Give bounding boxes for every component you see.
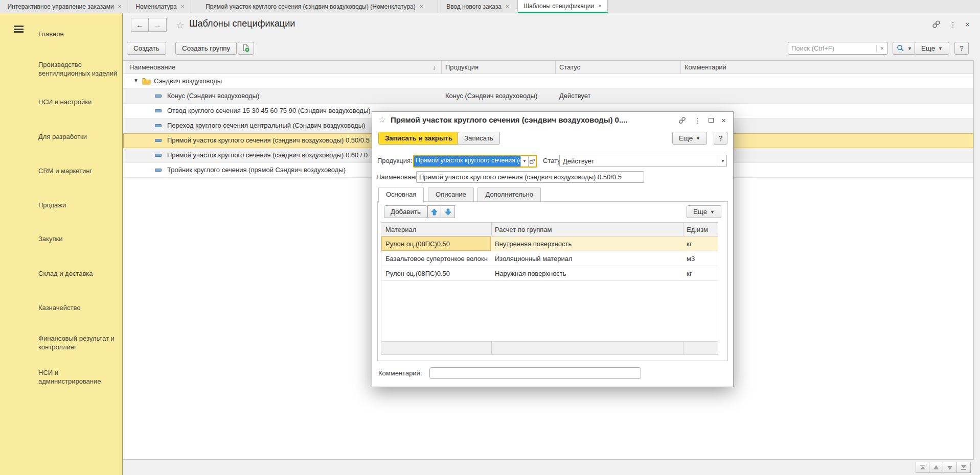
- tab-new-order[interactable]: Ввод нового заказа ×: [438, 0, 518, 13]
- search-clear-icon[interactable]: ×: [876, 45, 887, 52]
- row-name: Сэндвич воздуховоды: [154, 77, 222, 85]
- table-row[interactable]: Конус (Сэндвич воздуховоды) Конус (Сэндв…: [123, 89, 973, 104]
- arrow-down-icon: [445, 208, 451, 216]
- material-row[interactable]: Рулон оц.(08ПС)0.50 Наружная поверхность…: [381, 266, 718, 281]
- material-row[interactable]: Базальтовое супертонкое волокно (БСТВ) (…: [381, 251, 718, 266]
- chevron-down-icon: ▼: [710, 209, 715, 215]
- column-header-material[interactable]: Материал: [385, 226, 416, 233]
- help-button[interactable]: ?: [954, 42, 969, 55]
- favorite-star-icon[interactable]: ☆: [176, 19, 185, 31]
- dropdown-button[interactable]: ▼: [520, 156, 528, 167]
- sort-arrow-icon: ↓: [432, 63, 436, 71]
- material-group: Изоляционный материал: [495, 255, 572, 263]
- dropdown-button[interactable]: ▼: [719, 155, 726, 167]
- go-previous-row-button[interactable]: [929, 462, 943, 473]
- forward-button[interactable]: →: [149, 18, 167, 32]
- chevron-down-icon: ▼: [938, 46, 943, 51]
- tab-straight-section-nomenclature[interactable]: Прямой участок круглого сечения (сэндвич…: [191, 0, 438, 13]
- column-header-status[interactable]: Статус: [559, 63, 580, 71]
- materials-table: Материал Расчет по группам Ед.изм Рулон …: [381, 222, 718, 355]
- save-and-close-button[interactable]: Записать и закрыть: [378, 132, 459, 145]
- back-button[interactable]: ←: [131, 18, 149, 32]
- dialog-title-bar: ☆ Прямой участок круглого сечения (сэндв…: [372, 112, 733, 128]
- material-unit: м3: [687, 255, 695, 263]
- tab-label: Ввод нового заказа: [446, 3, 502, 10]
- sidebar-item-sales[interactable]: Продажи: [38, 201, 119, 209]
- materials-footer: [381, 341, 718, 354]
- link-icon[interactable]: [678, 116, 686, 124]
- product-combo-field[interactable]: Прямой участок круглого сечения (сэндвич…: [413, 155, 537, 168]
- tab-main[interactable]: Основная: [378, 187, 424, 203]
- tab-close-icon[interactable]: ×: [118, 3, 122, 10]
- page-header: ← → ☆ Шаблоны спецификации ⋮ ×: [123, 13, 980, 38]
- dialog-command-bar: Записать и закрыть Записать Еще ▼ ?: [372, 128, 733, 149]
- expand-triangle-icon[interactable]: ▼: [133, 78, 139, 83]
- materials-more-button[interactable]: Еще ▼: [687, 205, 721, 218]
- sidebar-item-crm[interactable]: CRM и маркетинг: [38, 167, 119, 175]
- main-menu-sidebar: Главное Производство вентиляционных изде…: [0, 13, 123, 475]
- sidebar-item-main[interactable]: Главное: [38, 30, 119, 38]
- open-link-icon: [530, 159, 535, 164]
- status-value: Действует: [560, 155, 719, 167]
- tab-nomenclature[interactable]: Номенклатура ×: [129, 0, 191, 13]
- search-input[interactable]: [788, 44, 876, 52]
- column-header-product[interactable]: Продукция: [445, 63, 478, 71]
- open-item-button[interactable]: [528, 156, 536, 167]
- hamburger-menu-icon[interactable]: [14, 26, 24, 33]
- sidebar-item-nsi-settings[interactable]: НСИ и настройки: [38, 98, 119, 106]
- tab-spec-templates[interactable]: Шаблоны спецификации ×: [518, 0, 608, 13]
- go-first-row-button[interactable]: [916, 462, 929, 473]
- list-header: Наименование ↓ Продукция Статус Коммента…: [123, 61, 973, 74]
- row-product: Конус (Сэндвич воздуховоды): [445, 92, 537, 100]
- add-row-button[interactable]: Добавить: [384, 205, 427, 218]
- kebab-menu-icon[interactable]: ⋮: [949, 20, 956, 29]
- go-next-row-button[interactable]: [943, 462, 957, 473]
- column-header-comment[interactable]: Комментарий: [685, 63, 726, 71]
- tab-description[interactable]: Описание: [428, 187, 474, 203]
- item-icon: [155, 109, 162, 112]
- sidebar-item-nsi-admin[interactable]: НСИ и администрирование: [38, 368, 119, 386]
- product-label: Продукция:: [377, 157, 413, 164]
- column-header-group-calc[interactable]: Расчет по группам: [495, 226, 552, 233]
- dialog-help-button[interactable]: ?: [714, 132, 727, 145]
- close-dialog-icon[interactable]: ×: [721, 116, 726, 125]
- sidebar-item-warehouse[interactable]: Склад и доставка: [38, 269, 119, 278]
- column-header-name[interactable]: Наименование: [129, 63, 175, 71]
- sidebar-item-production[interactable]: Производство вентиляционных изделий: [38, 60, 119, 78]
- tab-interactive-orders[interactable]: Интерактивное управление заказами ×: [0, 0, 129, 13]
- table-row-group[interactable]: ▼ Сэндвич воздуховоды: [123, 74, 973, 89]
- row-name: Отвод круглого сечения 15 30 45 60 75 90…: [167, 107, 371, 114]
- save-button[interactable]: Записать: [458, 132, 500, 145]
- search-button[interactable]: ▼: [893, 42, 916, 55]
- material-row-selected[interactable]: Рулон оц.(08ПС)0.50 Внутренняя поверхнос…: [381, 236, 718, 251]
- name-input[interactable]: [416, 171, 644, 183]
- sidebar-item-development[interactable]: Для разработки: [38, 132, 119, 141]
- sidebar-item-finance[interactable]: Финансовый результат и контроллинг: [38, 334, 119, 351]
- tab-additional[interactable]: Дополнительно: [477, 187, 541, 203]
- status-combo-field[interactable]: Действует ▼: [559, 155, 727, 167]
- more-button[interactable]: Еще ▼: [915, 42, 949, 55]
- dialog-more-button[interactable]: Еще ▼: [672, 132, 707, 145]
- tab-close-icon[interactable]: ×: [181, 3, 185, 10]
- window-tab-bar: Интерактивное управление заказами × Номе…: [0, 0, 980, 13]
- favorite-star-icon[interactable]: ☆: [378, 114, 386, 125]
- comment-input[interactable]: [429, 367, 641, 379]
- move-up-button[interactable]: [427, 205, 441, 218]
- close-form-icon[interactable]: ×: [965, 20, 970, 29]
- kebab-menu-icon[interactable]: ⋮: [694, 116, 701, 125]
- link-icon[interactable]: [932, 20, 941, 29]
- move-down-button[interactable]: [441, 205, 455, 218]
- sidebar-item-treasury[interactable]: Казначейство: [38, 303, 119, 312]
- sidebar-item-purchases[interactable]: Закупки: [38, 234, 119, 243]
- create-group-button[interactable]: Создать группу: [175, 42, 237, 55]
- tab-close-icon[interactable]: ×: [506, 3, 509, 10]
- create-button[interactable]: Создать: [127, 42, 166, 55]
- tab-close-icon[interactable]: ×: [598, 3, 602, 10]
- go-last-row-button[interactable]: [957, 462, 971, 473]
- materials-empty-area: [381, 281, 718, 341]
- copy-item-button[interactable]: [238, 42, 254, 55]
- maximize-icon[interactable]: [709, 118, 714, 123]
- item-icon: [155, 139, 162, 142]
- tab-close-icon[interactable]: ×: [420, 3, 423, 10]
- column-header-unit[interactable]: Ед.изм: [687, 226, 708, 233]
